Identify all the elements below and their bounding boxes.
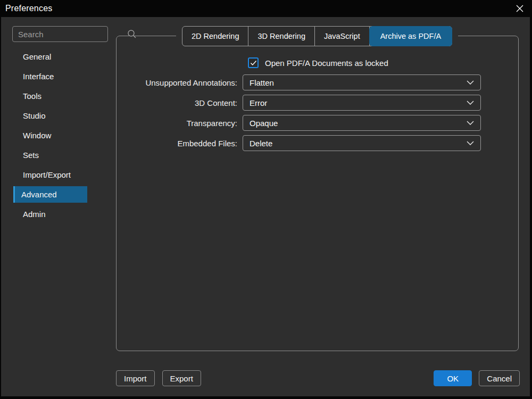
transparency-row: Transparency: Opaque [117,115,518,131]
cancel-button[interactable]: Cancel [479,370,520,386]
tab-3d-rendering[interactable]: 3D Rendering [248,27,314,46]
3d-content-label: 3D Content: [117,98,243,107]
3d-content-select[interactable]: Error [243,95,481,111]
sidebar-item-window[interactable]: Window [13,127,87,144]
open-locked-row: Open PDF/A Documents as locked [248,57,518,69]
tab-javascript[interactable]: JavaScript [315,27,370,46]
ok-button[interactable]: OK [434,370,472,386]
sidebar-item-studio[interactable]: Studio [13,107,87,124]
tab-group: 2D Rendering 3D Rendering JavaScript Arc… [182,26,452,46]
3d-content-value: Error [243,98,467,107]
tab-archive-as-pdfa[interactable]: Archive as PDF/A [369,26,452,46]
tab-2d-rendering[interactable]: 2D Rendering [182,27,248,46]
dialog-titlebar: Preferences [0,0,532,17]
search-box[interactable] [12,26,108,42]
export-button[interactable]: Export [162,370,201,386]
embedded-files-label: Embedded Files: [117,139,243,148]
unsupported-annotations-row: Unsupported Annotations: Flatten [117,74,518,90]
transparency-select[interactable]: Opaque [243,115,481,131]
embedded-files-row: Embedded Files: Delete [117,135,518,151]
transparency-value: Opaque [243,119,467,128]
embedded-files-value: Delete [243,139,467,148]
chevron-down-icon [467,101,474,105]
sidebar-item-sets[interactable]: Sets [13,147,87,163]
unsupported-annotations-label: Unsupported Annotations: [117,78,243,87]
search-input[interactable] [13,30,127,39]
open-locked-label: Open PDF/A Documents as locked [265,59,388,68]
dialog-title: Preferences [5,4,52,13]
3d-content-row: 3D Content: Error [117,95,518,111]
chevron-down-icon [467,141,474,145]
close-icon[interactable] [513,2,527,15]
transparency-label: Transparency: [117,119,243,128]
tab-bar: 2D Rendering 3D Rendering JavaScript Arc… [176,26,458,46]
open-locked-checkbox[interactable] [248,57,259,68]
pdfa-options-form: Open PDF/A Documents as locked Unsupport… [117,57,518,155]
import-button[interactable]: Import [116,370,155,386]
sidebar-item-import-export[interactable]: Import/Export [13,167,87,183]
advanced-settings-panel: 2D Rendering 3D Rendering JavaScript Arc… [116,36,519,351]
sidebar-item-advanced[interactable]: Advanced [13,186,87,203]
unsupported-annotations-value: Flatten [243,78,467,87]
sidebar-item-tools[interactable]: Tools [13,88,87,104]
chevron-down-icon [467,80,474,85]
embedded-files-select[interactable]: Delete [243,135,481,151]
sidebar-item-interface[interactable]: Interface [13,68,87,85]
unsupported-annotations-select[interactable]: Flatten [243,74,481,90]
sidebar-nav: General Interface Tools Studio Window Se… [13,48,87,226]
dialog-footer: Import Export OK Cancel [116,370,520,386]
checkmark-icon [250,60,257,66]
sidebar-item-general[interactable]: General [13,48,87,65]
preferences-dialog: General Interface Tools Studio Window Se… [1,17,530,396]
sidebar-item-admin[interactable]: Admin [13,206,87,222]
chevron-down-icon [467,121,474,125]
